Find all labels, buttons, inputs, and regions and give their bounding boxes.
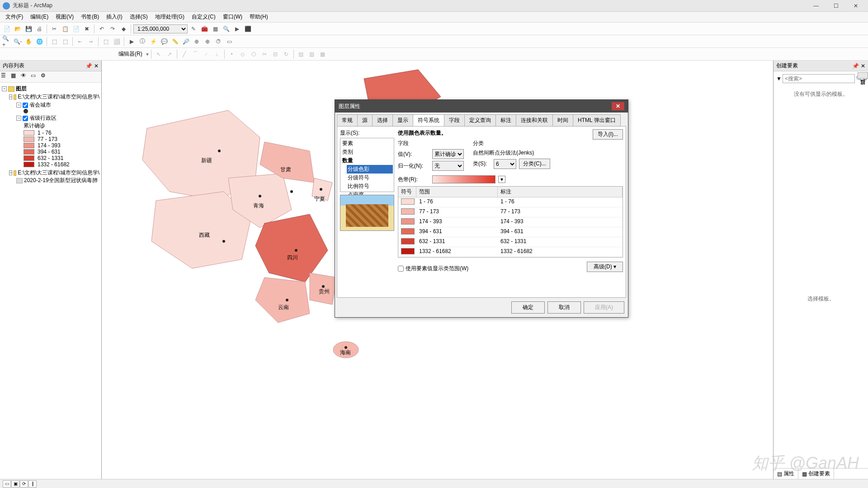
- folder-path[interactable]: E:\文档\大三课程\城市空间信息学\: [18, 93, 99, 101]
- select-elements-icon[interactable]: ▶: [127, 37, 137, 47]
- redo-icon[interactable]: ↷: [108, 24, 118, 34]
- straight-segment-icon[interactable]: ╱: [179, 49, 189, 59]
- clear-selection-icon[interactable]: ⬜: [112, 37, 122, 47]
- expand-toggle[interactable]: −: [16, 116, 21, 121]
- ramp-dropdown-icon[interactable]: ▾: [498, 176, 505, 183]
- close-button[interactable]: ✕: [846, 1, 865, 10]
- menu-help[interactable]: 帮助(H): [246, 12, 272, 22]
- time-slider-icon[interactable]: ⏱: [213, 37, 223, 47]
- paste-icon[interactable]: 📄: [71, 24, 81, 34]
- identify-icon[interactable]: ⓘ: [137, 37, 147, 47]
- legend-item[interactable]: 77 - 173: [24, 136, 99, 142]
- layer-checkbox[interactable]: [23, 116, 28, 121]
- arc-segment-icon[interactable]: ⌒: [190, 49, 200, 59]
- create-features-icon[interactable]: ▦: [318, 49, 328, 59]
- sketch-properties-icon[interactable]: ▥: [307, 49, 317, 59]
- list-by-drawing-order-icon[interactable]: ☰: [1, 72, 10, 81]
- options-icon[interactable]: ⚙: [41, 72, 50, 81]
- cut-icon[interactable]: ✂: [49, 24, 59, 34]
- layer-checkbox[interactable]: [23, 103, 28, 108]
- delete-icon[interactable]: ✖: [82, 24, 92, 34]
- class-row[interactable]: 174 - 393174 - 393: [398, 217, 623, 227]
- maximize-button[interactable]: ☐: [826, 1, 845, 10]
- menu-window[interactable]: 窗口(W): [219, 12, 246, 22]
- zoom-in-icon[interactable]: 🔍+: [2, 37, 12, 47]
- python-icon[interactable]: ▶: [232, 24, 242, 34]
- legend-item[interactable]: 394 - 631: [24, 149, 99, 155]
- ok-button[interactable]: 确定: [511, 301, 545, 314]
- class-row[interactable]: 394 - 631394 - 631: [398, 227, 623, 237]
- layers-root[interactable]: 图层: [16, 85, 27, 93]
- add-data-icon[interactable]: ◆: [118, 24, 128, 34]
- full-extent-icon[interactable]: 🌐: [34, 37, 44, 47]
- legend-item[interactable]: 1 - 76: [24, 130, 99, 136]
- model-builder-icon[interactable]: ⬛: [243, 24, 253, 34]
- dialog-tab[interactable]: 字段: [444, 114, 465, 126]
- show-item-features[interactable]: 要素: [341, 139, 393, 148]
- fixed-zoom-in-icon[interactable]: ⬚: [49, 37, 59, 47]
- list-by-visibility-icon[interactable]: 👁: [21, 72, 30, 81]
- menu-file[interactable]: 文件(F): [2, 12, 27, 22]
- scale-selector[interactable]: 1:25,000,000: [133, 24, 188, 33]
- cut-polygons-icon[interactable]: ✂: [259, 49, 269, 59]
- go-to-xy-icon[interactable]: ⊕: [203, 37, 212, 47]
- edit-tool-icon[interactable]: ↖: [154, 49, 164, 59]
- layer-provinces[interactable]: 省级行政区: [29, 114, 57, 122]
- color-ramp-selector[interactable]: [432, 175, 495, 183]
- class-row[interactable]: 77 - 17377 - 173: [398, 207, 623, 217]
- classes-count-selector[interactable]: 6: [494, 159, 516, 169]
- menu-geoprocessing[interactable]: 地理处理(G): [151, 12, 188, 22]
- minimize-button[interactable]: —: [807, 1, 826, 10]
- legend-item[interactable]: 632 - 1331: [24, 155, 99, 161]
- html-popup-icon[interactable]: 💬: [159, 37, 169, 47]
- advanced-button[interactable]: 高级(D) ▾: [587, 262, 623, 272]
- attributes-icon[interactable]: ▤: [296, 49, 306, 59]
- menu-view[interactable]: 视图(V): [52, 12, 77, 22]
- pan-icon[interactable]: ✋: [24, 37, 33, 47]
- forward-icon[interactable]: →: [86, 37, 96, 47]
- expand-toggle[interactable]: −: [16, 103, 21, 108]
- show-item-proportional-symbols[interactable]: 比例符号: [347, 182, 393, 191]
- table-name[interactable]: 2020-2-19全国新型冠状病毒肺: [24, 177, 98, 184]
- toolbox-icon[interactable]: 🧰: [199, 24, 209, 34]
- dialog-tab[interactable]: 符号系统: [413, 114, 444, 126]
- find-route-icon[interactable]: ⊕: [192, 37, 202, 47]
- close-panel-icon[interactable]: ✕: [94, 63, 99, 69]
- classify-button[interactable]: 分类(C)...: [519, 159, 550, 169]
- pause-icon[interactable]: ‖: [28, 480, 37, 488]
- layer-cities[interactable]: 省会城市: [29, 101, 51, 109]
- dialog-tab[interactable]: HTML 弹出窗口: [573, 114, 621, 126]
- reshape-icon[interactable]: ⬡: [249, 49, 259, 59]
- zoom-out-icon[interactable]: 🔍-: [13, 37, 23, 47]
- class-row[interactable]: 1 - 761 - 76: [398, 197, 623, 207]
- class-row[interactable]: 632 - 1331632 - 1331: [398, 237, 623, 247]
- new-icon[interactable]: 📄: [2, 24, 12, 34]
- find-icon[interactable]: 🔎: [181, 37, 191, 47]
- close-panel-icon[interactable]: ✕: [861, 63, 865, 69]
- trace-icon[interactable]: ⟋: [201, 49, 211, 59]
- rotate-icon[interactable]: ↻: [281, 49, 291, 59]
- search-input[interactable]: [783, 74, 855, 83]
- edit-annotation-icon[interactable]: ↗: [165, 49, 175, 59]
- hyperlink-icon[interactable]: ⚡: [148, 37, 158, 47]
- dialog-tab[interactable]: 标注: [495, 114, 516, 126]
- search-icon[interactable]: 🔍: [221, 24, 231, 34]
- edit-vertices-icon[interactable]: ◇: [238, 49, 248, 59]
- expand-toggle[interactable]: −: [2, 86, 7, 91]
- tab-attributes[interactable]: ▤ 属性: [774, 469, 798, 479]
- apply-button[interactable]: 应用(A): [584, 301, 624, 314]
- class-row[interactable]: 1332 - 616821332 - 61682: [398, 247, 623, 257]
- cancel-button[interactable]: 取消: [547, 301, 581, 314]
- menu-selection[interactable]: 选择(S): [126, 12, 151, 22]
- copy-icon[interactable]: 📋: [60, 24, 70, 34]
- right-angle-icon[interactable]: ⟂: [212, 49, 222, 59]
- editor-dropdown[interactable]: 编辑器(R): [116, 50, 145, 58]
- menu-bookmarks[interactable]: 书签(B): [77, 12, 103, 22]
- refresh-icon[interactable]: ⟳: [20, 480, 28, 488]
- dialog-close-button[interactable]: ✕: [612, 102, 624, 110]
- measure-icon[interactable]: 📏: [170, 37, 180, 47]
- layout-view-icon[interactable]: ▣: [11, 480, 19, 488]
- value-selector[interactable]: 累计确诊: [432, 149, 464, 159]
- dialog-tab[interactable]: 源: [357, 114, 373, 126]
- dialog-titlebar[interactable]: 图层属性 ✕: [335, 100, 628, 113]
